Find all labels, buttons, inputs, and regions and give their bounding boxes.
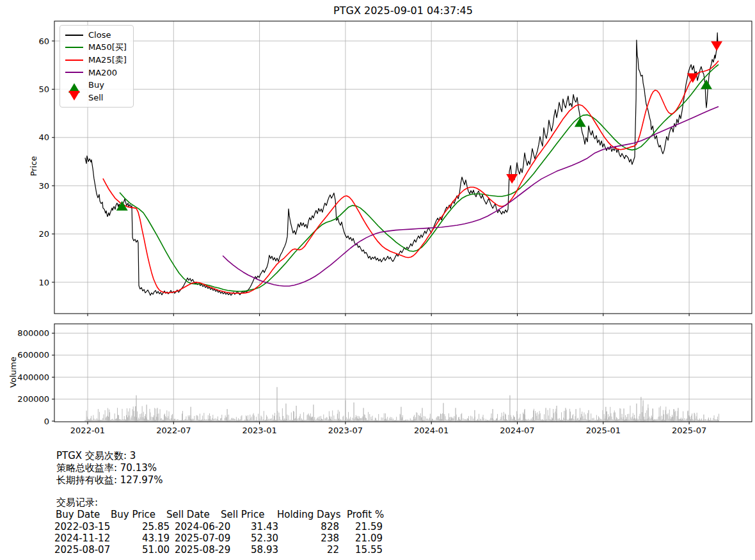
volume-bar xyxy=(116,419,116,421)
volume-bar xyxy=(450,417,451,421)
volume-bar xyxy=(183,420,184,422)
volume-bar xyxy=(274,413,275,421)
volume-bar xyxy=(703,420,703,422)
volume-bar xyxy=(370,420,370,422)
cell-sell-price: 52.30 xyxy=(218,532,278,544)
volume-bar xyxy=(679,419,680,421)
volume-bar xyxy=(193,420,193,421)
volume-bar xyxy=(159,420,160,421)
volume-bar xyxy=(326,417,327,422)
volume-bar xyxy=(386,420,387,421)
volume-bar xyxy=(533,410,534,421)
volume-bar xyxy=(243,420,244,421)
volume-bar xyxy=(699,420,699,422)
volume-bar xyxy=(516,411,517,421)
volume-bar xyxy=(414,415,415,421)
volume-bar xyxy=(314,417,315,422)
volume-bar xyxy=(698,420,699,421)
volume-bar xyxy=(193,419,194,421)
volume-bar xyxy=(465,419,465,422)
volume-bar xyxy=(607,412,607,422)
volume-bar xyxy=(477,420,477,422)
volume-bar xyxy=(508,415,509,421)
volume-bar xyxy=(407,420,408,422)
volume-bar xyxy=(156,417,157,421)
volume-bar xyxy=(228,415,229,422)
volume-bar xyxy=(577,419,578,422)
volume-bar xyxy=(662,416,662,422)
volume-bar xyxy=(571,419,571,422)
volume-bar xyxy=(129,408,130,422)
volume-bar xyxy=(93,415,93,422)
volume-bar xyxy=(275,420,276,421)
volume-bar xyxy=(386,419,386,421)
volume-bar xyxy=(125,419,125,422)
volume-bar xyxy=(655,419,655,422)
volume-bar xyxy=(131,417,132,421)
volume-bar xyxy=(216,419,216,422)
volume-bar xyxy=(364,414,365,421)
volume-bar xyxy=(393,419,393,422)
volume-bar xyxy=(120,419,120,422)
x-tick-label: 2022-01 xyxy=(70,426,105,435)
volume-bar xyxy=(179,420,180,422)
volume-bar xyxy=(95,419,96,421)
volume-bar xyxy=(168,416,169,421)
volume-bar xyxy=(383,418,383,422)
volume-bar xyxy=(616,420,616,422)
volume-bar xyxy=(608,414,608,421)
volume-bar xyxy=(544,414,544,421)
volume-bar xyxy=(305,420,305,421)
y-tick-label: 600000 xyxy=(17,350,49,360)
volume-bar xyxy=(619,408,620,422)
volume-bar xyxy=(638,419,639,421)
volume-bar xyxy=(706,419,706,421)
volume-bar xyxy=(473,419,474,422)
volume-bar xyxy=(591,420,592,421)
y-tick-label: 30 xyxy=(38,181,49,191)
volume-bar-spike xyxy=(703,415,704,422)
volume-bar xyxy=(224,420,225,421)
volume-bar xyxy=(580,408,580,422)
volume-bar xyxy=(188,415,189,421)
volume-bar xyxy=(536,416,537,422)
volume-bar xyxy=(232,418,232,422)
volume-bar xyxy=(257,420,258,422)
volume-bar xyxy=(134,411,134,421)
volume-bar xyxy=(516,420,516,421)
volume-bar xyxy=(348,412,349,422)
volume-bar xyxy=(142,406,143,422)
volume-bar xyxy=(287,420,288,421)
volume-bar-spike xyxy=(653,408,653,421)
volume-bar xyxy=(173,419,174,422)
volume-bar xyxy=(594,420,595,421)
volume-bar xyxy=(701,419,701,421)
volume-bar xyxy=(170,420,171,421)
volume-bar xyxy=(196,420,196,421)
volume-bar xyxy=(184,420,184,421)
volume-bar xyxy=(360,418,360,421)
volume-bar xyxy=(465,420,466,422)
volume-bar xyxy=(420,413,421,422)
volume-bar xyxy=(628,420,628,422)
volume-bar xyxy=(597,420,598,422)
volume-bar xyxy=(528,419,529,421)
volume-bar-spike xyxy=(285,404,286,422)
volume-bar xyxy=(697,413,697,422)
volume-bar xyxy=(632,417,633,422)
volume-bar xyxy=(661,420,662,422)
volume-bar xyxy=(378,420,378,421)
volume-bar xyxy=(682,419,683,422)
volume-bar xyxy=(180,420,181,422)
volume-bar xyxy=(502,413,502,422)
volume-bar xyxy=(539,414,539,421)
ma50-line-swatch xyxy=(65,47,83,48)
volume-bar xyxy=(468,419,468,421)
volume-bar xyxy=(337,413,338,421)
volume-bar xyxy=(153,417,154,421)
volume-bar xyxy=(601,420,602,421)
volume-bar-spike xyxy=(509,396,510,422)
volume-bar xyxy=(603,410,603,422)
volume-bar xyxy=(438,416,438,422)
volume-bar xyxy=(251,417,252,422)
